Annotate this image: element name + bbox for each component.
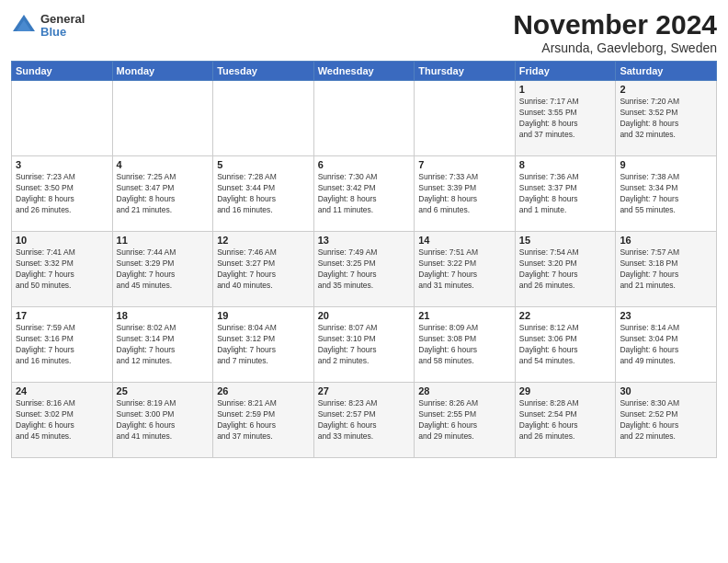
- day-info: Sunrise: 8:12 AM Sunset: 3:06 PM Dayligh…: [519, 323, 612, 367]
- header-thursday: Thursday: [415, 62, 516, 81]
- day-info: Sunrise: 8:14 AM Sunset: 3:04 PM Dayligh…: [620, 323, 712, 367]
- day-number: 9: [620, 159, 712, 170]
- day-number: 14: [418, 235, 511, 246]
- calendar-week-row: 1Sunrise: 7:17 AM Sunset: 3:55 PM Daylig…: [12, 81, 717, 156]
- day-number: 3: [16, 159, 108, 170]
- calendar-cell: [12, 81, 113, 156]
- calendar-cell: 6Sunrise: 7:30 AM Sunset: 3:42 PM Daylig…: [313, 156, 415, 232]
- day-number: 27: [318, 385, 411, 396]
- header-tuesday: Tuesday: [213, 62, 314, 81]
- day-number: 26: [217, 385, 310, 396]
- day-info: Sunrise: 8:09 AM Sunset: 3:08 PM Dayligh…: [418, 323, 511, 367]
- calendar-cell: 25Sunrise: 8:19 AM Sunset: 3:00 PM Dayli…: [112, 383, 213, 458]
- day-number: 22: [519, 310, 612, 321]
- calendar-cell: [415, 81, 516, 156]
- day-number: 15: [519, 235, 612, 246]
- day-number: 19: [217, 310, 310, 321]
- day-info: Sunrise: 7:59 AM Sunset: 3:16 PM Dayligh…: [16, 323, 108, 367]
- calendar-cell: [213, 81, 314, 156]
- calendar-cell: [313, 81, 415, 156]
- day-info: Sunrise: 7:51 AM Sunset: 3:22 PM Dayligh…: [418, 247, 511, 292]
- logo-line1: General: [40, 13, 85, 26]
- calendar-cell: 24Sunrise: 8:16 AM Sunset: 3:02 PM Dayli…: [12, 383, 113, 458]
- day-info: Sunrise: 7:57 AM Sunset: 3:18 PM Dayligh…: [620, 247, 712, 292]
- day-info: Sunrise: 7:44 AM Sunset: 3:29 PM Dayligh…: [117, 247, 210, 292]
- calendar-cell: [112, 81, 213, 156]
- day-info: Sunrise: 8:04 AM Sunset: 3:12 PM Dayligh…: [217, 323, 310, 367]
- day-number: 16: [620, 235, 712, 246]
- logo-icon: [11, 13, 37, 39]
- calendar-cell: 12Sunrise: 7:46 AM Sunset: 3:27 PM Dayli…: [213, 232, 314, 307]
- calendar-cell: 23Sunrise: 8:14 AM Sunset: 3:04 PM Dayli…: [616, 307, 717, 383]
- day-number: 4: [117, 159, 210, 170]
- day-number: 28: [418, 385, 511, 396]
- day-number: 29: [519, 385, 612, 396]
- day-info: Sunrise: 7:20 AM Sunset: 3:52 PM Dayligh…: [620, 97, 712, 141]
- calendar-week-row: 10Sunrise: 7:41 AM Sunset: 3:32 PM Dayli…: [12, 232, 717, 307]
- header-monday: Monday: [112, 62, 213, 81]
- day-info: Sunrise: 8:28 AM Sunset: 2:54 PM Dayligh…: [519, 398, 612, 442]
- day-info: Sunrise: 7:25 AM Sunset: 3:47 PM Dayligh…: [117, 172, 210, 216]
- calendar-cell: 2Sunrise: 7:20 AM Sunset: 3:52 PM Daylig…: [616, 81, 717, 156]
- calendar-cell: 5Sunrise: 7:28 AM Sunset: 3:44 PM Daylig…: [213, 156, 314, 232]
- page: General Blue November 2024 Arsunda, Gaev…: [0, 0, 728, 563]
- header-row: Sunday Monday Tuesday Wednesday Thursday…: [12, 62, 717, 81]
- calendar-week-row: 24Sunrise: 8:16 AM Sunset: 3:02 PM Dayli…: [12, 383, 717, 458]
- day-info: Sunrise: 8:07 AM Sunset: 3:10 PM Dayligh…: [318, 323, 411, 367]
- title-block: November 2024 Arsunda, Gaevleborg, Swede…: [513, 9, 717, 55]
- day-info: Sunrise: 8:21 AM Sunset: 2:59 PM Dayligh…: [217, 398, 310, 442]
- day-number: 13: [318, 235, 411, 246]
- calendar-cell: 20Sunrise: 8:07 AM Sunset: 3:10 PM Dayli…: [313, 307, 415, 383]
- day-number: 21: [418, 310, 511, 321]
- calendar-cell: 26Sunrise: 8:21 AM Sunset: 2:59 PM Dayli…: [213, 383, 314, 458]
- day-info: Sunrise: 7:38 AM Sunset: 3:34 PM Dayligh…: [620, 172, 712, 216]
- day-info: Sunrise: 7:23 AM Sunset: 3:50 PM Dayligh…: [16, 172, 108, 216]
- day-info: Sunrise: 8:16 AM Sunset: 3:02 PM Dayligh…: [16, 398, 108, 442]
- calendar-cell: 3Sunrise: 7:23 AM Sunset: 3:50 PM Daylig…: [12, 156, 113, 232]
- calendar-table: Sunday Monday Tuesday Wednesday Thursday…: [11, 61, 717, 458]
- day-info: Sunrise: 7:28 AM Sunset: 3:44 PM Dayligh…: [217, 172, 310, 216]
- calendar-week-row: 17Sunrise: 7:59 AM Sunset: 3:16 PM Dayli…: [12, 307, 717, 383]
- day-info: Sunrise: 7:54 AM Sunset: 3:20 PM Dayligh…: [519, 247, 612, 292]
- day-number: 20: [318, 310, 411, 321]
- calendar-cell: 22Sunrise: 8:12 AM Sunset: 3:06 PM Dayli…: [515, 307, 616, 383]
- header-saturday: Saturday: [616, 62, 717, 81]
- day-info: Sunrise: 7:46 AM Sunset: 3:27 PM Dayligh…: [217, 247, 310, 292]
- calendar-subtitle: Arsunda, Gaevleborg, Sweden: [513, 40, 717, 55]
- calendar-title: November 2024: [513, 9, 717, 40]
- calendar-cell: 11Sunrise: 7:44 AM Sunset: 3:29 PM Dayli…: [112, 232, 213, 307]
- calendar-cell: 13Sunrise: 7:49 AM Sunset: 3:25 PM Dayli…: [313, 232, 415, 307]
- day-info: Sunrise: 7:17 AM Sunset: 3:55 PM Dayligh…: [519, 97, 612, 141]
- calendar-cell: 10Sunrise: 7:41 AM Sunset: 3:32 PM Dayli…: [12, 232, 113, 307]
- calendar-cell: 7Sunrise: 7:33 AM Sunset: 3:39 PM Daylig…: [415, 156, 516, 232]
- calendar-cell: 14Sunrise: 7:51 AM Sunset: 3:22 PM Dayli…: [415, 232, 516, 307]
- day-info: Sunrise: 7:41 AM Sunset: 3:32 PM Dayligh…: [16, 247, 108, 292]
- calendar-cell: 17Sunrise: 7:59 AM Sunset: 3:16 PM Dayli…: [12, 307, 113, 383]
- calendar-cell: 9Sunrise: 7:38 AM Sunset: 3:34 PM Daylig…: [616, 156, 717, 232]
- header-wednesday: Wednesday: [313, 62, 415, 81]
- calendar-cell: 4Sunrise: 7:25 AM Sunset: 3:47 PM Daylig…: [112, 156, 213, 232]
- day-number: 5: [217, 159, 310, 170]
- calendar-cell: 15Sunrise: 7:54 AM Sunset: 3:20 PM Dayli…: [515, 232, 616, 307]
- day-number: 18: [117, 310, 210, 321]
- calendar-cell: 16Sunrise: 7:57 AM Sunset: 3:18 PM Dayli…: [616, 232, 717, 307]
- day-number: 12: [217, 235, 310, 246]
- calendar-cell: 19Sunrise: 8:04 AM Sunset: 3:12 PM Dayli…: [213, 307, 314, 383]
- day-number: 23: [620, 310, 712, 321]
- calendar-cell: 30Sunrise: 8:30 AM Sunset: 2:52 PM Dayli…: [616, 383, 717, 458]
- calendar-cell: 18Sunrise: 8:02 AM Sunset: 3:14 PM Dayli…: [112, 307, 213, 383]
- header-friday: Friday: [515, 62, 616, 81]
- day-info: Sunrise: 7:33 AM Sunset: 3:39 PM Dayligh…: [418, 172, 511, 216]
- day-number: 8: [519, 159, 612, 170]
- day-info: Sunrise: 8:23 AM Sunset: 2:57 PM Dayligh…: [318, 398, 411, 442]
- day-number: 6: [318, 159, 411, 170]
- day-number: 17: [16, 310, 108, 321]
- calendar-week-row: 3Sunrise: 7:23 AM Sunset: 3:50 PM Daylig…: [12, 156, 717, 232]
- header-sunday: Sunday: [12, 62, 113, 81]
- day-info: Sunrise: 8:19 AM Sunset: 3:00 PM Dayligh…: [117, 398, 210, 442]
- day-info: Sunrise: 7:49 AM Sunset: 3:25 PM Dayligh…: [318, 247, 411, 292]
- logo-text: General Blue: [40, 13, 85, 40]
- logo: General Blue: [11, 13, 85, 40]
- day-number: 2: [620, 84, 712, 95]
- day-number: 25: [117, 385, 210, 396]
